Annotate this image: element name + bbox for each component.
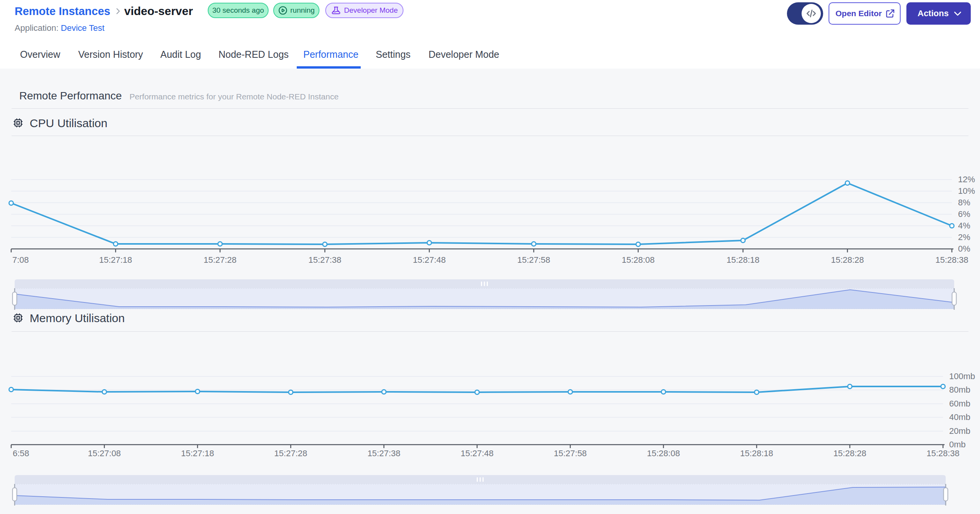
svg-text:15:27:58: 15:27:58 <box>554 448 587 458</box>
svg-text:15:28:28: 15:28:28 <box>831 255 864 265</box>
svg-text:0mb: 0mb <box>949 440 966 449</box>
svg-text:15:27:38: 15:27:38 <box>308 255 341 265</box>
svg-text:15:27:28: 15:27:28 <box>274 448 308 458</box>
svg-text:8%: 8% <box>958 198 970 207</box>
svg-text:15:28:28: 15:28:28 <box>833 448 866 458</box>
svg-text:15:27:18: 15:27:18 <box>181 448 214 458</box>
svg-text:40mb: 40mb <box>949 412 970 422</box>
svg-text:15:27:38: 15:27:38 <box>367 448 400 458</box>
svg-text:15:27:18: 15:27:18 <box>99 255 132 265</box>
svg-text:6%: 6% <box>958 209 970 219</box>
svg-text:0%: 0% <box>958 244 970 254</box>
svg-text:15:27:48: 15:27:48 <box>413 255 446 265</box>
svg-text:15:28:38: 15:28:38 <box>935 255 968 265</box>
svg-text:20mb: 20mb <box>949 426 970 436</box>
svg-text:15:28:08: 15:28:08 <box>647 448 680 458</box>
svg-text:6:58: 6:58 <box>13 448 29 458</box>
svg-text:12%: 12% <box>958 175 975 184</box>
svg-text:80mb: 80mb <box>949 385 970 395</box>
svg-text:15:28:38: 15:28:38 <box>926 448 960 458</box>
svg-text:15:28:18: 15:28:18 <box>740 448 773 458</box>
svg-text:100mb: 100mb <box>949 371 975 381</box>
svg-text:15:27:08: 15:27:08 <box>88 448 121 458</box>
svg-text:7:08: 7:08 <box>12 255 29 265</box>
svg-text:60mb: 60mb <box>949 399 970 408</box>
svg-text:2%: 2% <box>958 232 970 242</box>
svg-text:4%: 4% <box>958 221 970 230</box>
svg-text:15:28:18: 15:28:18 <box>726 255 760 265</box>
svg-text:15:28:08: 15:28:08 <box>622 255 655 265</box>
svg-text:15:27:48: 15:27:48 <box>461 448 494 458</box>
svg-text:15:27:28: 15:27:28 <box>203 255 237 265</box>
svg-text:15:27:58: 15:27:58 <box>517 255 550 265</box>
svg-text:10%: 10% <box>958 186 975 196</box>
